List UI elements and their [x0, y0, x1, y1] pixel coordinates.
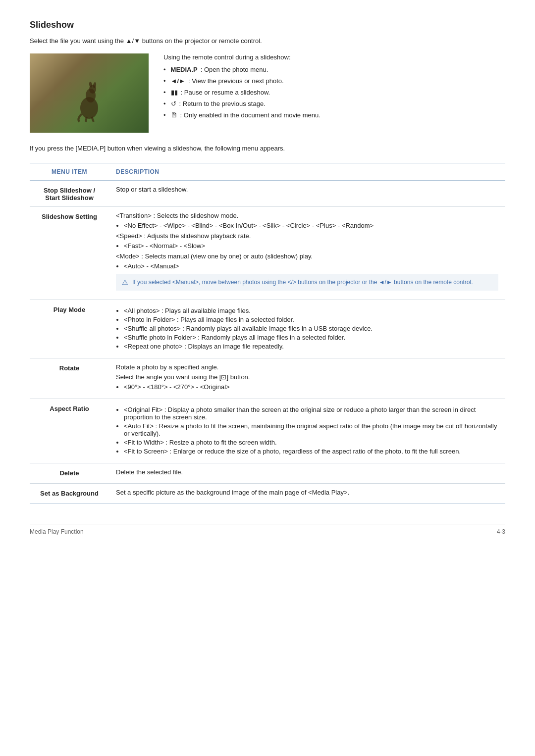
- bullet-prevnext: • ◄/► : View the previous or next photo.: [163, 77, 505, 85]
- desc-list: <Original Fit> : Display a photo smaller…: [124, 406, 498, 455]
- menu-item-cell: Aspect Ratio: [30, 399, 109, 463]
- table-row: Set as BackgroundSet a specific picture …: [30, 484, 505, 504]
- description-cell: Rotate a photo by a specified angle.Sele…: [109, 358, 505, 399]
- bullet-dot-5: •: [163, 111, 166, 119]
- pause-icon: ▮▮: [171, 89, 178, 96]
- note-text: If you selected <Manual>, move between p…: [132, 278, 473, 287]
- desc-paragraph: <Speed> : Adjusts the slideshow playback…: [116, 232, 498, 240]
- list-item: <Auto> - <Manual>: [124, 262, 498, 270]
- remote-bullets-section: Using the remote control during a slides…: [163, 53, 505, 133]
- desc-paragraph: Select the angle you want using the [⊡] …: [116, 373, 498, 381]
- list-item: <Fast> - <Normal> - <Slow>: [124, 242, 498, 250]
- list-item: <Original Fit> : Display a photo smaller…: [124, 406, 498, 421]
- desc-paragraph: Delete the selected file.: [116, 468, 498, 476]
- bullet-pause: • ▮▮ : Pause or resume a slideshow.: [163, 89, 505, 96]
- table-row: Slideshow Setting<Transition> : Selects …: [30, 207, 505, 300]
- table-row: Play Mode<All photos> : Plays all availa…: [30, 300, 505, 358]
- list-item: <All photos> : Plays all available image…: [124, 307, 498, 314]
- desc-paragraph: <Mode> : Selects manual (view one by one…: [116, 252, 498, 260]
- menu-item-cell: Stop Slideshow / Start Slideshow: [30, 181, 109, 207]
- table-row: DeleteDelete the selected file.: [30, 463, 505, 484]
- menu-item-cell: Play Mode: [30, 300, 109, 358]
- menu-item-cell: Slideshow Setting: [30, 207, 109, 300]
- bullet-dot-2: •: [163, 77, 166, 85]
- mediap-icon: MEDIA.P: [171, 66, 198, 73]
- return-icon: ↺: [171, 100, 176, 107]
- following-text: If you press the [MEDIA.P] button when v…: [30, 145, 505, 152]
- list-item: <Fit to Width> : Resize a photo to fit t…: [124, 439, 498, 446]
- list-item: <Shuffle all photos> : Randomly plays al…: [124, 325, 498, 332]
- list-item: <Fit to Screen> : Enlarge or reduce the …: [124, 448, 498, 455]
- prevnext-text: : View the previous or next photo.: [188, 77, 284, 85]
- footer-right: 4-3: [497, 528, 505, 535]
- desc-list: <All photos> : Plays all available image…: [124, 307, 498, 350]
- desc-paragraph: Rotate a photo by a specified angle.: [116, 363, 498, 371]
- description-cell: <All photos> : Plays all available image…: [109, 300, 505, 358]
- footer-left: Media Play Function: [30, 528, 84, 535]
- page-title: Slideshow: [30, 20, 505, 30]
- description-cell: <Transition> : Selects the slideshow mod…: [109, 207, 505, 300]
- th-description: DESCRIPTION: [109, 163, 505, 181]
- note-icon: ⚠: [122, 278, 128, 286]
- desc-list: <Auto> - <Manual>: [124, 262, 498, 270]
- desc-list: <Fast> - <Normal> - <Slow>: [124, 242, 498, 250]
- return-text: : Return to the previous stage.: [179, 100, 266, 107]
- docmovie-text: : Only enabled in the document and movie…: [180, 111, 321, 119]
- bullet-dot-4: •: [163, 100, 166, 107]
- bullet-docmovie: • 🖹 : Only enabled in the document and m…: [163, 111, 505, 119]
- intro-section: Using the remote control during a slides…: [30, 53, 505, 133]
- menu-item-cell: Delete: [30, 463, 109, 484]
- desc-paragraph: Set a specific picture as the background…: [116, 489, 498, 496]
- menu-table: MENU ITEM DESCRIPTION Stop Slideshow / S…: [30, 163, 505, 504]
- description-cell: Delete the selected file.: [109, 463, 505, 484]
- list-item: <No Effect> - <Wipe> - <Blind> - <Box In…: [124, 222, 498, 229]
- table-row: Aspect Ratio<Original Fit> : Display a p…: [30, 399, 505, 463]
- remote-section-label: Using the remote control during a slides…: [163, 53, 505, 61]
- list-item: <Auto Fit> : Resize a photo to fit the s…: [124, 422, 498, 437]
- bullet-mediap: • MEDIA.P : Open the photo menu.: [163, 66, 505, 73]
- pause-text: : Pause or resume a slideshow.: [181, 89, 270, 96]
- description-cell: Stop or start a slideshow.: [109, 181, 505, 207]
- list-item: <Repeat one photo> : Displays an image f…: [124, 343, 498, 350]
- desc-list: <90°> - <180°> - <270°> - <Original>: [124, 383, 498, 391]
- docmovie-icon: 🖹: [171, 111, 177, 119]
- slideshow-image: [30, 53, 149, 133]
- mediap-text: : Open the photo menu.: [201, 66, 268, 73]
- footer: Media Play Function 4-3: [30, 524, 505, 535]
- table-row: Stop Slideshow / Start SlideshowStop or …: [30, 181, 505, 207]
- description-cell: Set a specific picture as the background…: [109, 484, 505, 504]
- list-item: <Shuffle photo in Folder> : Randomly pla…: [124, 334, 498, 341]
- th-menu-item: MENU ITEM: [30, 163, 109, 181]
- table-row: RotateRotate a photo by a specified angl…: [30, 358, 505, 399]
- menu-item-cell: Set as Background: [30, 484, 109, 504]
- list-item: <90°> - <180°> - <270°> - <Original>: [124, 383, 498, 391]
- remote-bullets-list: • MEDIA.P : Open the photo menu. • ◄/► :…: [163, 66, 505, 119]
- prevnext-icon: ◄/►: [171, 77, 185, 85]
- desc-list: <No Effect> - <Wipe> - <Blind> - <Box In…: [124, 222, 498, 229]
- bullet-dot-3: •: [163, 89, 166, 96]
- desc-paragraph: <Transition> : Selects the slideshow mod…: [116, 212, 498, 219]
- bullet-return: • ↺ : Return to the previous stage.: [163, 100, 505, 107]
- list-item: <Photo in Folder> : Plays all image file…: [124, 316, 498, 323]
- note-box: ⚠If you selected <Manual>, move between …: [116, 274, 498, 291]
- menu-item-cell: Rotate: [30, 358, 109, 399]
- description-cell: <Original Fit> : Display a photo smaller…: [109, 399, 505, 463]
- bullet-dot-1: •: [163, 66, 166, 73]
- intro-text: Select the file you want using the ▲/▼ b…: [30, 37, 505, 45]
- desc-paragraph: Stop or start a slideshow.: [116, 186, 498, 193]
